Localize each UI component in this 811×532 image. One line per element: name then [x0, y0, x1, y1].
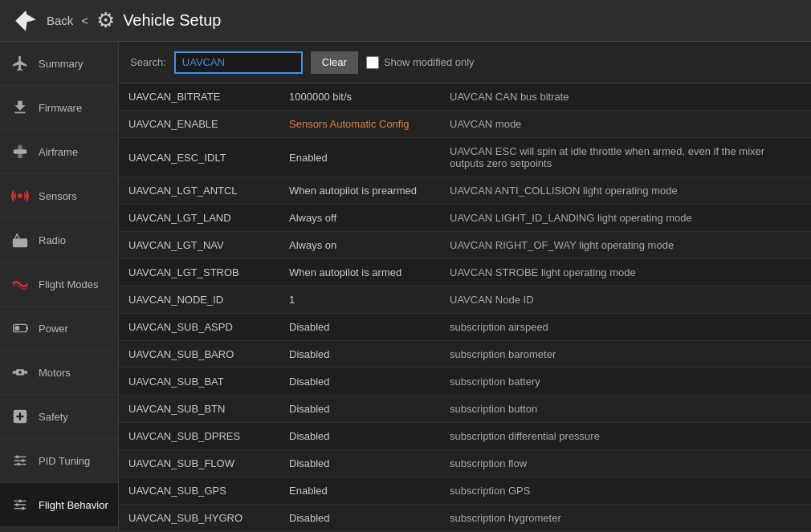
param-desc: UAVCAN ESC will spin at idle throttle wh… — [440, 138, 811, 177]
param-name: UAVCAN_NODE_ID — [119, 286, 279, 314]
param-name: UAVCAN_SUB_BAT — [119, 368, 279, 396]
table-row[interactable]: UAVCAN_SUB_BARODisabledsubscription baro… — [119, 341, 811, 368]
param-desc: subscription flow — [440, 450, 811, 477]
sensors-icon — [10, 185, 31, 206]
param-value: Disabled — [279, 450, 440, 477]
param-name: UAVCAN_BITRATE — [119, 83, 279, 111]
svg-point-3 — [18, 193, 22, 198]
param-name: UAVCAN_SUB_ASPD — [119, 314, 279, 341]
table-row[interactable]: UAVCAN_SUB_ASPDDisabledsubscription airs… — [119, 314, 811, 341]
table-row[interactable]: UAVCAN_SUB_BTNDisabledsubscription butto… — [119, 396, 811, 423]
firmware-icon — [10, 97, 31, 118]
param-desc: UAVCAN RIGHT_OF_WAY light operating mode — [440, 232, 811, 259]
summary-icon — [10, 53, 31, 74]
clear-button[interactable]: Clear — [311, 51, 358, 74]
param-value: Disabled — [279, 505, 440, 532]
sidebar-item-pid-tuning[interactable]: PID Tuning — [0, 439, 118, 483]
pid-tuning-icon — [10, 450, 31, 471]
param-name: UAVCAN_ESC_IDLT — [119, 138, 279, 177]
param-value: Enabled — [279, 477, 440, 505]
param-name: UAVCAN_LGT_ANTCL — [119, 177, 279, 205]
flight-modes-label: Flight Modes — [39, 278, 98, 290]
param-value: When autopilot is armed — [279, 259, 440, 286]
param-desc: UAVCAN CAN bus bitrate — [440, 83, 811, 111]
firmware-label: Firmware — [39, 102, 82, 114]
svg-marker-0 — [15, 10, 36, 31]
radio-label: Radio — [39, 234, 66, 246]
main-layout: Summary Firmware Airframe — [0, 42, 811, 532]
sidebar-item-power[interactable]: Power — [0, 307, 118, 351]
power-icon — [10, 318, 31, 339]
radio-icon — [10, 229, 31, 250]
sidebar: Summary Firmware Airframe — [0, 42, 119, 532]
param-value: Always on — [279, 232, 440, 259]
param-value: Sensors Automatic Config — [279, 111, 440, 138]
param-desc: UAVCAN STROBE light operating mode — [440, 259, 811, 286]
sidebar-item-firmware[interactable]: Firmware — [0, 86, 118, 130]
power-label: Power — [39, 323, 68, 335]
param-value: Disabled — [279, 368, 440, 396]
page-title: Vehicle Setup — [123, 11, 221, 30]
table-row[interactable]: UAVCAN_ENABLESensors Automatic ConfigUAV… — [119, 111, 811, 138]
table-row[interactable]: UAVCAN_SUB_HYGRODisabledsubscription hyg… — [119, 505, 811, 532]
back-chevron: < — [81, 14, 88, 27]
svg-point-5 — [16, 242, 19, 245]
svg-rect-14 — [25, 371, 28, 374]
svg-point-28 — [18, 500, 22, 503]
param-value: Disabled — [279, 396, 440, 423]
table-row[interactable]: UAVCAN_SUB_DPRESDisabledsubscription dif… — [119, 423, 811, 450]
table-row[interactable]: UAVCAN_LGT_LANDAlways offUAVCAN LIGHT_ID… — [119, 205, 811, 232]
table-row[interactable]: UAVCAN_LGT_STROBWhen autopilot is armedU… — [119, 259, 811, 286]
search-bar: Search: Clear Show modified only — [119, 42, 811, 83]
show-modified-label: Show modified only — [384, 56, 475, 68]
table-row[interactable]: UAVCAN_ESC_IDLTEnabledUAVCAN ESC will sp… — [119, 138, 811, 177]
table-row[interactable]: UAVCAN_SUB_GPSEnabledsubscription GPS — [119, 477, 811, 505]
svg-point-22 — [16, 456, 19, 459]
back-button[interactable]: Back — [47, 14, 73, 27]
param-desc: subscription hygrometer — [440, 505, 811, 532]
sidebar-item-airframe[interactable]: Airframe — [0, 130, 118, 174]
param-value: When autopilot is prearmed — [279, 177, 440, 205]
airframe-icon — [10, 141, 31, 162]
param-desc: subscription GPS — [440, 477, 811, 505]
svg-rect-13 — [13, 371, 16, 374]
sidebar-item-safety[interactable]: Safety — [0, 395, 118, 439]
summary-label: Summary — [39, 58, 84, 70]
params-table-container: UAVCAN_BITRATE1000000 bit/sUAVCAN CAN bu… — [119, 83, 811, 532]
pid-tuning-label: PID Tuning — [39, 455, 90, 467]
main-content: Search: Clear Show modified only UAVCAN_… — [119, 42, 811, 532]
svg-point-30 — [22, 507, 25, 510]
svg-point-15 — [18, 371, 22, 374]
motors-icon — [10, 362, 31, 383]
sidebar-item-sensors[interactable]: Sensors — [0, 174, 118, 218]
table-row[interactable]: UAVCAN_LGT_ANTCLWhen autopilot is prearm… — [119, 177, 811, 205]
table-row[interactable]: UAVCAN_LGT_NAVAlways onUAVCAN RIGHT_OF_W… — [119, 232, 811, 259]
sidebar-item-flight-modes[interactable]: Flight Modes — [0, 262, 118, 307]
param-value: Enabled — [279, 138, 440, 177]
svg-rect-11 — [26, 327, 28, 330]
param-value: Disabled — [279, 341, 440, 368]
param-name: UAVCAN_SUB_BARO — [119, 341, 279, 368]
param-value: Disabled — [279, 314, 440, 341]
svg-rect-10 — [15, 326, 19, 331]
sidebar-item-summary[interactable]: Summary — [0, 42, 118, 86]
param-desc: subscription button — [440, 396, 811, 423]
flight-modes-icon — [10, 274, 31, 294]
table-row[interactable]: UAVCAN_NODE_ID1UAVCAN Node ID — [119, 286, 811, 314]
sidebar-item-radio[interactable]: Radio — [0, 218, 118, 262]
search-input[interactable] — [174, 51, 303, 74]
sensors-label: Sensors — [39, 190, 77, 202]
param-desc: UAVCAN ANTI_COLLISION light operating mo… — [440, 177, 811, 205]
table-row[interactable]: UAVCAN_BITRATE1000000 bit/sUAVCAN CAN bu… — [119, 83, 811, 111]
table-row[interactable]: UAVCAN_SUB_FLOWDisabledsubscription flow — [119, 450, 811, 477]
sidebar-item-motors[interactable]: Motors — [0, 351, 118, 395]
param-value: Always off — [279, 205, 440, 232]
sidebar-item-flight-behavior[interactable]: Flight Behavior — [0, 483, 118, 527]
table-row[interactable]: UAVCAN_SUB_BATDisabledsubscription batte… — [119, 368, 811, 396]
flight-behavior-icon — [10, 494, 31, 515]
param-desc: UAVCAN mode — [440, 111, 811, 138]
show-modified-checkbox[interactable] — [366, 56, 379, 69]
params-table: UAVCAN_BITRATE1000000 bit/sUAVCAN CAN bu… — [119, 83, 811, 532]
param-desc: subscription battery — [440, 368, 811, 396]
param-name: UAVCAN_LGT_LAND — [119, 205, 279, 232]
